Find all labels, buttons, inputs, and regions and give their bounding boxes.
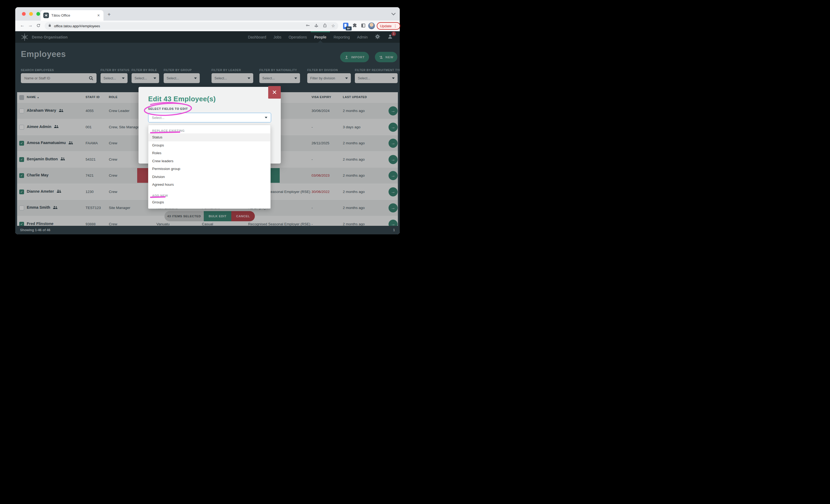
dropdown-option[interactable]: Roles <box>149 149 270 157</box>
side-panel-icon[interactable] <box>361 23 366 29</box>
caret-down-icon <box>265 117 267 119</box>
dropdown-option[interactable]: Crew leaders <box>149 157 270 165</box>
dropdown-option[interactable]: Permission group <box>149 165 270 173</box>
update-label: Update <box>380 24 392 28</box>
password-key-icon[interactable] <box>306 23 310 29</box>
extension-badge: 9+ <box>346 27 352 30</box>
tab-title: Tātou Office <box>51 13 96 18</box>
profile-avatar[interactable] <box>368 23 375 29</box>
close-modal-button[interactable]: ✕ <box>268 86 281 99</box>
minimize-window-button[interactable] <box>29 12 33 16</box>
browser-toolbar: ← → office.tatou.app/#/employees ☆ 9+ Up… <box>15 21 400 31</box>
browser-window: Tātou Office × + ← → office.tatou.app/#/… <box>15 7 400 234</box>
tatou-app: Demo Organisation Dashboard Jobs Operati… <box>15 31 400 234</box>
reload-button[interactable] <box>36 23 41 29</box>
share-icon[interactable] <box>323 23 327 29</box>
lock-icon[interactable] <box>48 24 52 28</box>
close-window-button[interactable] <box>22 12 26 16</box>
tab-strip: Tātou Office × + <box>15 7 400 21</box>
zoom-window-button[interactable] <box>36 12 40 16</box>
bookmark-star-icon[interactable]: ☆ <box>331 24 335 28</box>
dropdown-option[interactable]: Agreed hours <box>149 181 270 189</box>
url-text[interactable]: office.tatou.app/#/employees <box>54 24 306 28</box>
modal-field-label: SELECT FIELDS TO EDIT <box>148 107 188 110</box>
dropdown-option[interactable]: Groups <box>149 141 270 149</box>
dropdown-group-add: ADD NEW <box>149 192 270 198</box>
update-browser-button[interactable]: Update ⋮ <box>377 22 400 30</box>
chevron-down-icon[interactable] <box>391 11 396 15</box>
forward-button[interactable]: → <box>28 23 33 28</box>
close-tab-icon[interactable]: × <box>96 13 101 18</box>
address-bar[interactable]: office.tatou.app/#/employees ☆ <box>45 22 338 30</box>
dropdown-option[interactable]: Division <box>149 173 270 181</box>
dropdown-option[interactable]: Groups <box>149 198 270 206</box>
install-icon[interactable] <box>314 23 318 29</box>
kebab-menu-icon[interactable]: ⋮ <box>393 24 397 28</box>
fields-select-value: Select... <box>152 116 265 120</box>
browser-tab[interactable]: Tātou Office × <box>41 10 103 21</box>
back-button[interactable]: ← <box>20 23 25 28</box>
tatou-favicon <box>43 12 49 18</box>
fields-dropdown-menu: REPLACE EXISTING Status Groups Roles Cre… <box>148 125 270 209</box>
window-controls[interactable] <box>22 12 40 16</box>
modal-title: Edit 43 Employee(s) <box>148 95 216 103</box>
extensions-puzzle-icon[interactable] <box>352 23 357 29</box>
dropdown-group-replace: REPLACE EXISTING <box>149 127 270 133</box>
fields-select[interactable]: Select... <box>148 113 271 123</box>
new-tab-button[interactable]: + <box>107 11 111 18</box>
dropdown-option[interactable]: Status <box>149 133 270 141</box>
